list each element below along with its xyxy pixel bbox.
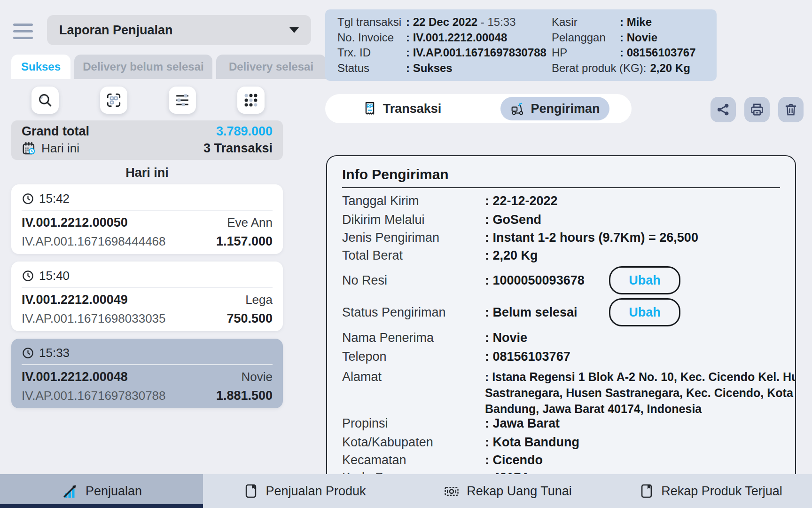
tab-delivery-selesai[interactable]: Delivery selesai <box>216 55 326 79</box>
report-type-label: Laporan Penjualan <box>59 23 289 38</box>
tab-sukses[interactable]: Sukses <box>11 55 70 79</box>
bottom-nav: Penjualan Penjualan Produk Rekap Uang Tu… <box>0 474 812 508</box>
trx-id: IV.AP.001.1671698444468 <box>22 234 166 249</box>
transaction-card-selected[interactable]: 15:33 IV.001.2212.00048Novie IV.AP.001.1… <box>11 339 283 408</box>
invoice-number: IV.001.2212.00050 <box>22 215 128 230</box>
ubah-resi-button[interactable]: Ubah <box>609 266 680 294</box>
summary-count: 3 Transaksi <box>203 141 273 156</box>
nav-penjualan[interactable]: Penjualan <box>0 474 203 508</box>
detail-value-suffix: - 15:33 <box>477 16 515 29</box>
detail-tab-bar: RP Transaksi Pengiriman <box>325 94 632 123</box>
clock-icon <box>22 270 34 282</box>
filter-sliders-icon <box>174 92 190 108</box>
trash-icon <box>783 102 798 117</box>
grand-total-value: 3.789.000 <box>216 124 273 139</box>
share-button[interactable] <box>710 97 736 122</box>
transaction-time: 15:33 <box>39 346 70 360</box>
nav-label: Penjualan <box>86 484 142 499</box>
status-tabs: Sukses Delivery belum selesai Delivery s… <box>11 55 326 79</box>
nav-label: Penjualan Produk <box>265 484 366 499</box>
notebook-icon <box>639 483 655 499</box>
scan-icon <box>106 92 122 108</box>
transaction-amount: 1.157.000 <box>216 234 273 249</box>
detail-label: No. Invoice <box>337 31 406 44</box>
nav-penjualan-produk[interactable]: Penjualan Produk <box>203 474 406 508</box>
nav-rekap-produk-terjual[interactable]: Rekap Produk Terjual <box>609 474 812 508</box>
divider <box>342 187 780 188</box>
nav-label: Rekap Produk Terjual <box>661 484 782 499</box>
transaction-amount: 1.881.500 <box>216 389 273 403</box>
share-icon <box>716 102 731 117</box>
cash-icon <box>443 483 460 500</box>
shipping-row: Total Berat: 2,20 Kg <box>327 246 795 264</box>
sales-chart-icon <box>61 482 79 500</box>
calendar-clock-icon <box>22 141 37 156</box>
hamburger-menu-icon[interactable] <box>13 24 33 39</box>
tab-delivery-belum-selesai[interactable]: Delivery belum selesai <box>74 55 212 79</box>
detail-value: : IV.001.2212.00048 <box>406 31 507 44</box>
clock-icon <box>22 192 34 205</box>
address-value: : Istana Regensi 1 Blok A-2 No. 10, Kec.… <box>485 369 796 417</box>
trx-id: IV.AP.001.1671697830788 <box>22 389 166 403</box>
clock-icon <box>22 347 34 359</box>
print-button[interactable] <box>744 97 770 122</box>
tab-pengiriman-label: Pengiriman <box>531 102 600 116</box>
transaction-detail-header: Tgl transaksi: 22 Dec 2022 - 15:33 No. I… <box>325 9 717 81</box>
shipping-row-no-resi: No Resi: 1000050093678 Ubah <box>327 264 795 296</box>
grid-menu-button[interactable] <box>237 87 265 114</box>
delivery-scooter-icon <box>510 101 525 116</box>
receipt-icon: RP <box>362 101 377 116</box>
active-nav-indicator <box>0 504 203 508</box>
detail-value: : IV.AP.001.1671697830788 <box>406 46 547 59</box>
detail-value: : 08156103767 <box>620 46 695 59</box>
nav-label: Rekap Uang Tunai <box>467 484 572 499</box>
detail-label: Status <box>337 62 406 75</box>
scan-button[interactable] <box>100 87 127 114</box>
summary-period: Hari ini <box>41 141 203 156</box>
customer-name: Novie <box>242 370 273 384</box>
detail-value: : 22 Dec 2022 <box>406 16 477 29</box>
detail-value: : Novie <box>620 31 657 44</box>
detail-value: : Mike <box>620 16 652 29</box>
detail-label: Pelanggan <box>552 31 620 44</box>
detail-label: Trx. ID <box>337 46 406 59</box>
list-section-title: Hari ini <box>11 166 283 180</box>
svg-text:RP: RP <box>367 104 373 109</box>
tab-transaksi[interactable]: RP Transaksi <box>353 97 451 120</box>
shipping-row-address: Alamat : Istana Regensi 1 Blok A-2 No. 1… <box>327 366 795 414</box>
shipping-row: Propinsi: Jawa Barat <box>327 414 795 433</box>
trx-id: IV.AP.001.1671698033035 <box>22 311 166 326</box>
search-button[interactable] <box>31 87 59 114</box>
grid-dots-icon <box>243 92 259 108</box>
transaction-time: 15:42 <box>39 191 70 206</box>
customer-name: Lega <box>245 293 273 307</box>
detail-value: 2,20 Kg <box>650 62 690 75</box>
notebook-icon <box>243 483 259 499</box>
shipping-row: Dikirim Melalui: GoSend <box>327 211 795 229</box>
shipping-row-status: Status Pengiriman: Belum selesai Ubah <box>327 296 795 328</box>
customer-name: Eve Ann <box>227 215 273 230</box>
delete-button[interactable] <box>778 97 804 122</box>
tab-transaksi-label: Transaksi <box>383 102 442 116</box>
grand-total-label: Grand total <box>22 124 216 139</box>
ubah-status-button[interactable]: Ubah <box>609 298 680 326</box>
shipping-info-card: Info Pengiriman Tanggal Kirim: 22-12-202… <box>326 155 796 484</box>
detail-label: Tgl transaksi <box>337 16 406 29</box>
transaction-card[interactable]: 15:42 IV.001.2212.00050Eve Ann IV.AP.001… <box>11 184 283 254</box>
printer-icon <box>750 102 765 117</box>
report-type-dropdown[interactable]: Laporan Penjualan <box>47 15 311 45</box>
transaction-amount: 750.500 <box>226 311 273 326</box>
filter-button[interactable] <box>169 87 196 114</box>
nav-rekap-uang-tunai[interactable]: Rekap Uang Tunai <box>406 474 609 508</box>
transaction-card[interactable]: 15:40 IV.001.2212.00049Lega IV.AP.001.16… <box>11 262 283 331</box>
chevron-down-icon <box>289 27 299 33</box>
detail-value: : Sukses <box>406 62 453 75</box>
shipping-info-title: Info Pengiriman <box>342 167 780 187</box>
detail-label: Kasir <box>552 16 620 29</box>
shipping-row: Kota/Kabupaten: Kota Bandung <box>327 433 795 452</box>
detail-label: HP <box>552 46 620 59</box>
tab-pengiriman[interactable]: Pengiriman <box>500 97 609 120</box>
invoice-number: IV.001.2212.00049 <box>22 293 128 307</box>
shipping-row: Telepon: 08156103767 <box>327 347 795 366</box>
invoice-number: IV.001.2212.00048 <box>22 370 128 384</box>
